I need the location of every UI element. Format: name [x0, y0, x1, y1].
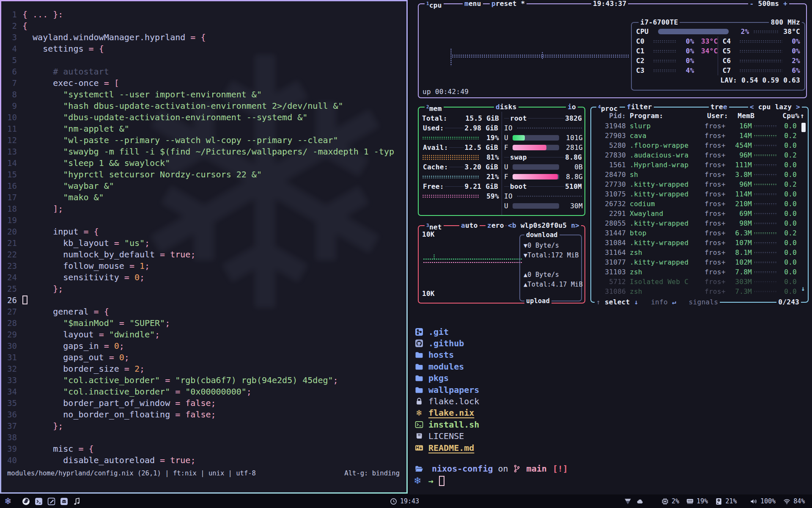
nix-logo-icon[interactable]: ❄	[4, 494, 12, 508]
code-line[interactable]: 36 no_border_on_floating = false;	[1, 409, 406, 420]
select-button[interactable]: select	[605, 298, 630, 306]
file-item[interactable]: .git	[414, 326, 479, 337]
code-line[interactable]: 35 border_part_of_window = false;	[1, 398, 406, 409]
process-row[interactable]: 31948slurpfros+16M0.0	[595, 121, 804, 131]
code-area[interactable]: 1{ ... }:2{3 wayland.windowManager.hyprl…	[1, 9, 406, 466]
code-line[interactable]: 10 "dbus-update-activation-environment -…	[1, 112, 406, 123]
code-line[interactable]: 33 "col.active_border" = "rgb(cba6f7) rg…	[1, 375, 406, 386]
proc-table-header[interactable]: Pid: Program: User: MemB Cpu% ↑	[595, 111, 804, 121]
code-line[interactable]: 28 "$mainMod" = "SUPER";	[1, 318, 406, 329]
code-line[interactable]: 2{	[1, 20, 406, 32]
code-line[interactable]: 22 numlock_by_default = true;	[1, 249, 406, 260]
code-line[interactable]: 16 "waybar &"	[1, 180, 406, 192]
code-line[interactable]: 34 "col.inactive_border" = "0x00000000";	[1, 386, 406, 398]
code-line[interactable]: 30 gaps_in = 0;	[1, 340, 406, 352]
file-item[interactable]: install.sh	[414, 419, 479, 430]
code-line[interactable]: 23 follow_mouse = 1;	[1, 260, 406, 272]
mem-box-title[interactable]: 2mem	[425, 102, 444, 112]
preset-button[interactable]: preset *	[490, 0, 527, 8]
code-line[interactable]: 40 disable_autoreload = true;	[1, 455, 406, 466]
file-item[interactable]: wallpapers	[414, 384, 479, 395]
process-row[interactable]: 2291Xwaylandfros+69M0.0	[595, 209, 804, 218]
process-row[interactable]: 31084.kitty-wrappedfros+107M0.0	[595, 238, 804, 248]
code-line[interactable]: 38	[1, 432, 406, 443]
firefox-app-icon[interactable]	[22, 497, 30, 505]
file-item[interactable]: pkgs	[414, 373, 479, 384]
process-row[interactable]: 28055.kitty-wrappedfros+98M0.0	[595, 218, 804, 228]
stat-module[interactable]: 19%	[686, 497, 708, 505]
scroll-down-icon[interactable]: ↓	[801, 284, 805, 293]
code-line[interactable]: 12 "wl-paste --primary --watch wl-copy -…	[1, 135, 406, 146]
note-app-icon[interactable]	[47, 497, 55, 505]
net-box-title[interactable]: 3net	[425, 221, 444, 230]
process-row[interactable]: 1561.Hyprland-wrapfros+111M0.0	[595, 160, 804, 170]
file-item[interactable]: hosts	[414, 349, 479, 361]
code-line[interactable]: 5	[1, 55, 406, 66]
code-line[interactable]: 39 misc = {	[1, 443, 406, 455]
proc-scrollbar[interactable]	[801, 123, 806, 132]
info-button[interactable]: info	[651, 298, 668, 306]
file-item[interactable]: modules	[414, 361, 479, 372]
shell-prompt[interactable]: nixos-config on main [!] ❄ →	[414, 462, 568, 487]
signals-button[interactable]: signals	[689, 298, 719, 306]
code-line[interactable]: 4 settings = {	[1, 43, 406, 55]
code-line[interactable]: 18 ];	[1, 203, 406, 215]
menu-button[interactable]: menu	[463, 0, 483, 8]
code-line[interactable]: 1{ ... }:	[1, 9, 406, 20]
net-zero-button[interactable]: zero	[486, 221, 506, 230]
file-item[interactable]: ❄flake.nix	[414, 407, 479, 419]
sound-module[interactable]: 100%	[750, 497, 776, 505]
net-interface-selector[interactable]: <b wlp0s20f0u5 n>	[506, 221, 581, 230]
sort-selector[interactable]: < cpu lazy >	[748, 102, 802, 112]
code-line[interactable]: 14 "sleep 1 && swaylock"	[1, 157, 406, 169]
code-line[interactable]: 21 kb_layout = "us";	[1, 237, 406, 249]
file-item[interactable]: .github	[414, 337, 479, 349]
code-line[interactable]: 27 general = {	[1, 306, 406, 318]
code-line[interactable]: 31 gaps_out = 0;	[1, 352, 406, 363]
editor[interactable]: ❄ 1{ ... }:2{3 wayland.windowManager.hyp…	[1, 1, 406, 492]
sound-module[interactable]: 84%	[783, 497, 805, 505]
code-line[interactable]: 37 };	[1, 420, 406, 432]
filter-button[interactable]: filter	[625, 102, 654, 112]
process-row[interactable]: 31075.kitty-wrappedfros+114M0.0	[595, 189, 804, 199]
file-item[interactable]: README.md	[414, 442, 479, 453]
tri-tray-icon[interactable]	[624, 498, 631, 505]
cpu-box-title[interactable]: 1cpu	[425, 0, 444, 8]
stat-module[interactable]: 21%	[715, 497, 737, 505]
cloud-tray-icon[interactable]	[636, 498, 644, 505]
process-row[interactable]: 31103zshfros+7.8M0.0	[595, 267, 804, 277]
discord-app-icon[interactable]	[60, 497, 68, 505]
process-row[interactable]: 27903cavafros+14M0.2	[595, 131, 804, 141]
process-row[interactable]: 27730.kitty-wrappedfros+96M0.2	[595, 179, 804, 189]
process-row[interactable]: 31447btopfros+6.3M0.2	[595, 228, 804, 238]
code-line[interactable]: 25 };	[1, 283, 406, 295]
code-line[interactable]: 32 border_size = 2;	[1, 363, 406, 375]
net-auto-button[interactable]: auto	[459, 221, 480, 230]
code-line[interactable]: 19	[1, 215, 406, 226]
tree-button[interactable]: tree	[709, 102, 729, 112]
code-line[interactable]: 24 sensitivity = 0;	[1, 272, 406, 283]
io-tab[interactable]: io	[566, 102, 578, 112]
file-item[interactable]: LICENSE	[414, 431, 479, 442]
process-row[interactable]: 28470shfros+3.8M0.0	[595, 170, 804, 179]
process-row[interactable]: 5712Isolated Web Cfros+303M0.0	[595, 277, 804, 287]
code-line[interactable]: 29 layout = "dwindle";	[1, 329, 406, 340]
process-row[interactable]: 31077.kitty-wrappedfros+102M0.0	[595, 257, 804, 267]
terminal-cursor[interactable]	[439, 476, 444, 486]
code-line[interactable]: 9 "hash dbus-update-activation-environme…	[1, 100, 406, 112]
process-row[interactable]: 31164zshfros+8.1M0.0	[595, 248, 804, 257]
terminal-pane[interactable]: ❄ 1cpu menu preset * 19:43:37 - 500ms + …	[409, 0, 812, 494]
code-line[interactable]: 3 wayland.windowManager.hyprland = {	[1, 32, 406, 43]
prompt-line-2[interactable]: ❄ →	[414, 475, 568, 487]
code-line[interactable]: 8 "systemctl --user import-environment &…	[1, 89, 406, 100]
clock-module[interactable]: 19:43	[390, 494, 419, 508]
code-line[interactable]: 11 "nm-applet &"	[1, 123, 406, 135]
music-app-icon[interactable]	[73, 497, 81, 505]
proc-box-title[interactable]: 4proc	[596, 102, 620, 112]
code-line[interactable]: 7 exec-once = [	[1, 77, 406, 89]
term-app-icon[interactable]	[35, 497, 43, 505]
disks-tab[interactable]: disks	[494, 102, 518, 112]
interval-control[interactable]: - 500ms +	[748, 0, 789, 8]
process-row[interactable]: 26732codiumfros+210M0.0	[595, 199, 804, 209]
code-line[interactable]: 15 "hyprctl setcursor Nordzy-cursors 22 …	[1, 169, 406, 180]
